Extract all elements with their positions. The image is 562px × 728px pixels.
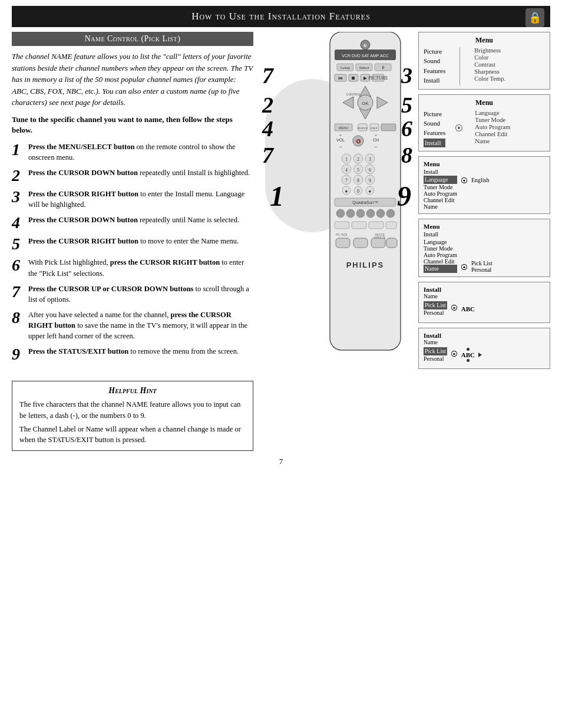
right-column: Menu Picture Sound Features Install Brig…	[418, 32, 550, 369]
svg-text:PHILIPS: PHILIPS	[346, 261, 385, 269]
menu2-cursor-icon: ⦿	[455, 124, 463, 133]
menu-screen-6: Install Name Pick List Personal ⦿ ABC	[418, 328, 550, 369]
menu3-name: Name	[424, 203, 457, 210]
menu-screen-3: Menu Install Language Tuner Mode Auto Pr…	[418, 156, 550, 214]
menu5-personal: Personal	[424, 309, 447, 316]
float-num-8: 8	[401, 144, 412, 166]
svg-text:⏹: ⏹	[351, 75, 356, 81]
step-text-7: Press the CURSOR UP or CURSOR DOWN butto…	[28, 284, 253, 305]
menu-screen-5: Install Name Pick List Personal ⦿ ABC	[418, 282, 550, 323]
menu4-autoprogram: Auto Program	[424, 252, 457, 258]
menu6-left: Pick List Personal	[424, 347, 447, 362]
float-num-2: 2	[262, 94, 273, 116]
menu6-right-arrow	[478, 353, 482, 357]
menu1-item-features: Features	[424, 67, 445, 75]
step-text-1: Press the MENU/SELECT button on the remo…	[28, 141, 253, 163]
svg-text:4: 4	[345, 167, 348, 173]
menu6-install: Install	[424, 332, 545, 339]
menu1-item-sound: Sound	[424, 57, 445, 65]
float-num-5: 5	[401, 94, 412, 116]
svg-text:2: 2	[357, 157, 359, 162]
menu1-val-color: Color	[474, 54, 505, 61]
step-number-9: 9	[12, 346, 25, 363]
step-6: 6 With Pick List highlighted, press the …	[12, 257, 253, 278]
svg-point-69	[356, 209, 365, 218]
menu4-tunermode: Tuner Mode	[424, 245, 457, 252]
menu1-val-colortemp: Color Temp.	[474, 75, 505, 82]
step-text-6: With Pick List highlighted, press the CU…	[28, 257, 253, 278]
float-num-1: 1	[270, 182, 284, 210]
menu1-content: Picture Sound Features Install Brightnes…	[424, 47, 545, 85]
step-5: 5 Press the CURSOR RIGHT button to move …	[12, 236, 253, 252]
menu-screen-2: Menu Picture Sound Features Install ⦿ La…	[418, 94, 550, 152]
svg-text:OK: OK	[362, 101, 369, 106]
menu2-sound: Sound	[424, 119, 445, 128]
menu4-right: Pick List Personal	[471, 239, 492, 273]
menu6-dots-abc: ABC	[461, 348, 475, 362]
svg-text:PC SIZE: PC SIZE	[336, 233, 348, 236]
svg-text:b.sleep: b.sleep	[340, 66, 350, 70]
menu6-abc-label: ABC	[461, 351, 475, 358]
menu-screen-1: Menu Picture Sound Features Install Brig…	[418, 32, 550, 90]
step-number-2: 2	[12, 167, 25, 184]
menu1-val-brightness: Brightness	[474, 47, 505, 54]
svg-point-71	[376, 209, 385, 218]
section-title: Name Control (Pick List)	[12, 32, 253, 46]
svg-text:+: +	[375, 133, 378, 138]
menu2-picture: Picture	[424, 110, 445, 118]
hint-text-1: The five characters that the channel NAM…	[19, 399, 246, 421]
bottom-section: Helpful Hint The five characters that th…	[12, 381, 550, 451]
menu-screen-4: Menu Install Language Tuner Mode Auto Pr…	[418, 219, 550, 277]
tune-instruction: Tune to the specific channel you want to…	[12, 114, 253, 136]
menu1-item-install: Install	[424, 76, 445, 85]
menu5-value-abc: ABC	[461, 305, 475, 312]
menu3-tunermode: Tuner Mode	[424, 184, 457, 190]
menu2-val-name: Name	[475, 138, 510, 144]
menu5-install: Install	[424, 286, 545, 293]
step-text-5: Press the CURSOR RIGHT button to move to…	[28, 236, 239, 246]
menu1-val-sharpness: Sharpness	[474, 68, 505, 75]
steps-list: 1 Press the MENU/SELECT button on the re…	[12, 141, 253, 363]
float-num-6: 6	[401, 117, 412, 140]
step-text-2: Press the CURSOR DOWN button repeatedly …	[28, 167, 250, 178]
menu1-item-picture: Picture	[424, 47, 445, 56]
step-9: 9 Press the STATUS/EXIT button to remove…	[12, 346, 253, 363]
header-icon: 🔒	[525, 8, 544, 27]
step-number-4: 4	[12, 215, 25, 231]
menu3-install-label: Install	[424, 169, 457, 175]
menu3-language: Language	[424, 176, 457, 184]
svg-text:1: 1	[345, 157, 348, 162]
menu1-title: Menu	[424, 36, 545, 45]
menu6-cursor: ⦿	[451, 350, 458, 359]
svg-text:QuadraSurr™: QuadraSurr™	[352, 200, 378, 205]
float-num-3: 3	[401, 64, 412, 87]
svg-point-72	[386, 209, 395, 218]
menu2-val-tunermode: Tuner Mode	[475, 117, 510, 123]
svg-rect-83	[386, 238, 397, 248]
menu2-title: Menu	[424, 98, 545, 107]
intro-text: The channel NAME feature allows you to l…	[12, 51, 253, 108]
menu2-val-channeledit: Channel Edit	[475, 131, 510, 137]
step-number-6: 6	[12, 257, 25, 274]
page-title: How to Use the Installation Features	[12, 11, 550, 22]
svg-text:●: ●	[345, 189, 348, 194]
float-num-7b: 7	[262, 144, 273, 166]
float-num-4: 4	[262, 117, 273, 140]
menu2-left: Picture Sound Features Install	[424, 110, 445, 148]
svg-text:🔇: 🔇	[356, 139, 361, 144]
svg-text:3: 3	[369, 157, 371, 162]
svg-rect-81	[353, 238, 368, 248]
menu6-dot-bottom	[467, 359, 470, 362]
menu3-header-menu: Menu	[424, 160, 440, 167]
menu3-english: English	[471, 169, 490, 210]
svg-point-68	[346, 209, 355, 218]
menu4-left: Language Tuner Mode Auto Program Channel…	[424, 239, 457, 273]
menu2-right: Language Tuner Mode Auto Program Channel…	[475, 110, 510, 148]
menu1-right: Brightness Color Contrast Sharpness Colo…	[474, 47, 505, 85]
svg-text:EXIT: EXIT	[371, 127, 377, 130]
left-column: Name Control (Pick List) The channel NAM…	[12, 32, 253, 369]
remote-svg: VCR DVD SAT AMP ACC ⏻ b.sleep Select ⏸ ⏮…	[324, 32, 406, 362]
svg-text:VCR DVD SAT AMP ACC: VCR DVD SAT AMP ACC	[342, 54, 388, 58]
float-num-7: 7	[262, 64, 273, 87]
menu3-left: Install Language Tuner Mode Auto Program…	[424, 169, 457, 210]
